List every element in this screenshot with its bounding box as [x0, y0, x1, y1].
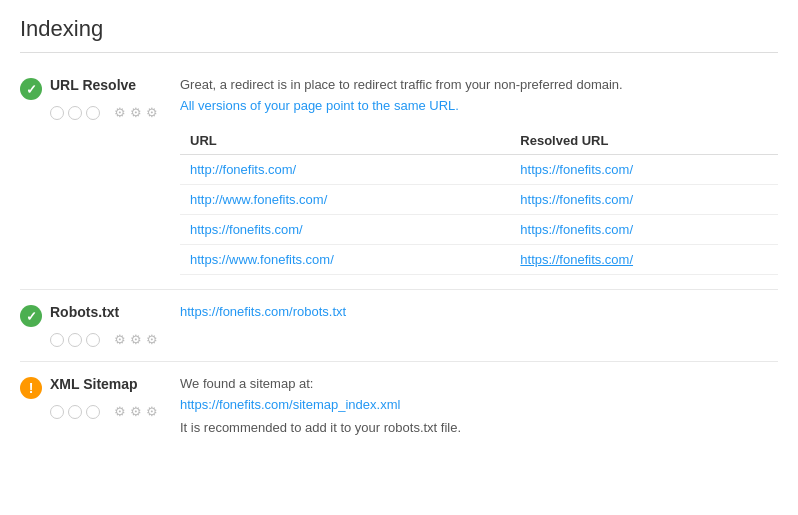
url-resolve-left: ✓ URL Resolve ⚙ ⚙ ⚙: [20, 77, 180, 120]
url-cell: https://www.fonefits.com/: [180, 245, 510, 275]
robots-txt-section: ✓ Robots.txt ⚙ ⚙ ⚙ https://fonefits.com/…: [20, 290, 778, 362]
gear-icon-2[interactable]: ⚙: [130, 105, 142, 120]
robots-view-icon-1[interactable]: [50, 333, 64, 347]
robots-gear-icon-3[interactable]: ⚙: [146, 332, 158, 347]
resolved-cell: https://fonefits.com/: [510, 155, 778, 185]
view-icon-2[interactable]: [68, 106, 82, 120]
gear-icon-3[interactable]: ⚙: [146, 105, 158, 120]
robots-title: Robots.txt: [50, 304, 170, 320]
sitemap-gear-icon-2[interactable]: ⚙: [130, 404, 142, 419]
page-title: Indexing: [20, 16, 778, 53]
url-resolve-content: Great, a redirect is in place to redirec…: [180, 77, 778, 275]
url-resolve-sub-link[interactable]: All versions of your page point to the s…: [180, 98, 459, 113]
robots-gear-icon-2[interactable]: ⚙: [130, 332, 142, 347]
url-cell: http://fonefits.com/: [180, 155, 510, 185]
url-resolve-status-icon: ✓: [20, 78, 42, 100]
url-table-row: https://fonefits.com/https://fonefits.co…: [180, 215, 778, 245]
url-table-row: http://www.fonefits.com/https://fonefits…: [180, 185, 778, 215]
sitemap-status-icon: !: [20, 377, 42, 399]
url-link[interactable]: https://fonefits.com/: [190, 222, 303, 237]
gear-icon-1[interactable]: ⚙: [114, 105, 126, 120]
resolved-link[interactable]: https://fonefits.com/: [520, 222, 633, 237]
sitemap-view-icon-3[interactable]: [86, 405, 100, 419]
sitemap-content: We found a sitemap at: https://fonefits.…: [180, 376, 778, 441]
robots-view-icon-2[interactable]: [68, 333, 82, 347]
sitemap-view-icon-1[interactable]: [50, 405, 64, 419]
sitemap-gear-icon-3[interactable]: ⚙: [146, 404, 158, 419]
url-table: URL Resolved URL http://fonefits.com/htt…: [180, 127, 778, 275]
resolved-cell: https://fonefits.com/: [510, 215, 778, 245]
sitemap-view-icon-2[interactable]: [68, 405, 82, 419]
resolved-link[interactable]: https://fonefits.com/: [520, 252, 633, 267]
url-resolve-title: URL Resolve: [50, 77, 170, 93]
view-icon-3[interactable]: [86, 106, 100, 120]
url-col-header: URL: [180, 127, 510, 155]
url-link[interactable]: http://www.fonefits.com/: [190, 192, 327, 207]
url-table-row: https://www.fonefits.com/https://fonefit…: [180, 245, 778, 275]
view-icon-1[interactable]: [50, 106, 64, 120]
url-table-row: http://fonefits.com/https://fonefits.com…: [180, 155, 778, 185]
url-link[interactable]: https://www.fonefits.com/: [190, 252, 334, 267]
resolved-cell: https://fonefits.com/: [510, 185, 778, 215]
resolved-cell: https://fonefits.com/: [510, 245, 778, 275]
robots-view-icon-3[interactable]: [86, 333, 100, 347]
sitemap-gear-icon-1[interactable]: ⚙: [114, 404, 126, 419]
url-resolve-description: Great, a redirect is in place to redirec…: [180, 77, 778, 92]
sitemap-footer: It is recommended to add it to your robo…: [180, 420, 778, 435]
sitemap-left: ! XML Sitemap ⚙ ⚙ ⚙: [20, 376, 180, 419]
resolved-link[interactable]: https://fonefits.com/: [520, 192, 633, 207]
url-cell: http://www.fonefits.com/: [180, 185, 510, 215]
resolved-col-header: Resolved URL: [510, 127, 778, 155]
robots-status-icon: ✓: [20, 305, 42, 327]
sitemap-title: XML Sitemap: [50, 376, 170, 392]
resolved-link[interactable]: https://fonefits.com/: [520, 162, 633, 177]
url-link[interactable]: http://fonefits.com/: [190, 162, 296, 177]
sitemap-link[interactable]: https://fonefits.com/sitemap_index.xml: [180, 397, 778, 412]
xml-sitemap-section: ! XML Sitemap ⚙ ⚙ ⚙ We found a sitemap a…: [20, 362, 778, 455]
robots-content: https://fonefits.com/robots.txt: [180, 304, 778, 319]
url-cell: https://fonefits.com/: [180, 215, 510, 245]
robots-link[interactable]: https://fonefits.com/robots.txt: [180, 304, 346, 319]
robots-left: ✓ Robots.txt ⚙ ⚙ ⚙: [20, 304, 180, 347]
url-resolve-section: ✓ URL Resolve ⚙ ⚙ ⚙ Great, a redirect is…: [20, 63, 778, 290]
sitemap-description: We found a sitemap at:: [180, 376, 778, 391]
robots-gear-icon-1[interactable]: ⚙: [114, 332, 126, 347]
